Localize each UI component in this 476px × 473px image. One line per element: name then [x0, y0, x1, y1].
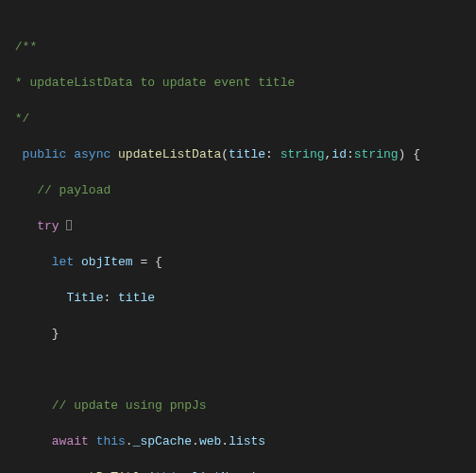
code-line[interactable]: public async updateListData(title: strin…: [4, 145, 476, 163]
code-editor[interactable]: /** * updateListData to update event tit…: [0, 0, 476, 473]
code-line[interactable]: await this._spCache.web.lists: [4, 432, 476, 450]
member: lists: [229, 434, 265, 448]
function-name: updateListData: [118, 147, 221, 161]
code-line[interactable]: }: [4, 325, 476, 343]
code-line[interactable]: * updateListData to update event title: [4, 74, 476, 92]
code-content[interactable]: /** * updateListData to update event tit…: [4, 0, 476, 473]
code-line[interactable]: [4, 361, 476, 379]
code-line[interactable]: // payload: [4, 181, 476, 199]
member: web: [199, 434, 221, 448]
code-line[interactable]: /**: [4, 38, 476, 56]
keyword: async: [74, 147, 110, 161]
code-line[interactable]: .getByTitle(this.listName): [4, 468, 476, 473]
type: string: [354, 147, 399, 161]
param: id: [332, 147, 347, 161]
keyword: try: [37, 219, 59, 233]
property: Title: [66, 291, 103, 305]
comment: // payload: [37, 183, 110, 197]
comment: */: [15, 111, 30, 126]
code-line[interactable]: try: [4, 217, 476, 235]
keyword: public: [23, 147, 67, 161]
keyword: this: [96, 434, 126, 448]
keyword: await: [52, 434, 89, 448]
comment: /**: [15, 40, 37, 54]
code-line[interactable]: let objItem = {: [4, 253, 476, 271]
variable: objItem: [81, 255, 133, 269]
comment: // update using pnpJs: [52, 398, 207, 413]
code-line[interactable]: // update using pnpJs: [4, 397, 476, 414]
bracket-match-marker: [66, 220, 72, 230]
code-line[interactable]: Title: title: [4, 289, 476, 307]
keyword: let: [52, 255, 74, 269]
param: title: [229, 147, 265, 161]
comment: * updateListData to update event title: [15, 76, 295, 90]
member: _spCache: [133, 434, 192, 448]
type: string: [280, 147, 325, 161]
variable: title: [118, 291, 155, 305]
code-line[interactable]: */: [4, 110, 476, 127]
